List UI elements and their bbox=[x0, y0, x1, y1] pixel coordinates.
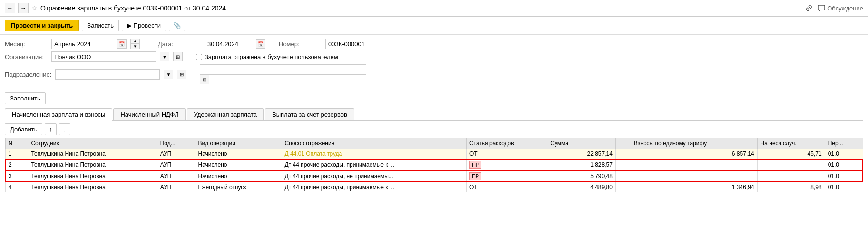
org-label: Организация: bbox=[5, 53, 48, 60]
cell-sum: 4 489,80 bbox=[547, 182, 616, 192]
cell-method[interactable]: Д 44.01 Оплата труда bbox=[282, 149, 466, 160]
dept-input[interactable] bbox=[55, 69, 160, 80]
post-button[interactable]: ▶ Провести bbox=[122, 20, 166, 31]
table-row[interactable]: 4 Теплушкина Нина Петровна АУП Ежегодный… bbox=[5, 182, 863, 192]
cell-sum: 1 828,57 bbox=[547, 159, 616, 171]
post-close-button[interactable]: Провести и закрыть bbox=[5, 20, 79, 31]
cell-op: Начислено bbox=[195, 159, 282, 171]
cell-extra bbox=[615, 159, 631, 171]
table-row[interactable]: 2 Теплушкина Нина Петровна АУП Начислено… bbox=[5, 159, 863, 171]
cell-method[interactable]: Дт 44 прочие расходы, не принимаемы... bbox=[282, 171, 466, 182]
cell-employee: Теплушкина Нина Петровна bbox=[28, 159, 157, 171]
col-header-sum: Сумма bbox=[547, 138, 616, 149]
expense-tag: ПР bbox=[469, 172, 481, 180]
cell-op: Ежегодный отпуск bbox=[195, 182, 282, 192]
add-button[interactable]: Добавить bbox=[5, 123, 42, 135]
col-header-vznosy: Взносы по единому тарифу bbox=[631, 138, 757, 149]
cell-dept: АУП bbox=[157, 171, 195, 182]
cell-dept: АУП bbox=[157, 149, 195, 160]
extra-field-btn[interactable]: ⊞ bbox=[200, 75, 209, 84]
cell-method[interactable]: Дт 44 прочие расходы, принимаемые к ... bbox=[282, 182, 466, 192]
cell-vznosy bbox=[631, 171, 757, 182]
month-input[interactable] bbox=[51, 39, 113, 49]
org-input[interactable] bbox=[51, 51, 156, 62]
cell-op: Начислено bbox=[195, 149, 282, 160]
table-row[interactable]: 1 Теплушкина Нина Петровна АУП Начислено… bbox=[5, 149, 863, 160]
post-icon: ▶ bbox=[127, 22, 132, 29]
discuss-button[interactable]: Обсуждение bbox=[818, 4, 863, 12]
dept-label: Подразделение: bbox=[5, 71, 51, 78]
cell-employee: Теплушкина Нина Петровна bbox=[28, 182, 157, 192]
favorite-icon[interactable]: ☆ bbox=[31, 4, 38, 12]
cell-n: 4 bbox=[5, 182, 28, 192]
dept-select-btn[interactable]: ⊞ bbox=[177, 70, 186, 79]
cell-sum: 22 857,14 bbox=[547, 149, 616, 160]
forward-button[interactable]: → bbox=[18, 3, 29, 13]
tab-ndfl[interactable]: Начисленный НДФЛ bbox=[113, 108, 185, 120]
month-up-btn[interactable]: ▲ bbox=[130, 39, 140, 44]
page-title: Отражение зарплаты в бухучете 003К-00000… bbox=[40, 4, 802, 12]
cell-extra bbox=[615, 149, 631, 160]
cell-n: 1 bbox=[5, 149, 28, 160]
cell-nesch: 8,98 bbox=[757, 182, 825, 192]
expense-tag: ПР bbox=[469, 161, 481, 169]
cell-vznosy bbox=[631, 159, 757, 171]
expense-tag: ОТ bbox=[469, 151, 478, 157]
tab-reserve-payout[interactable]: Выплата за счет резервов bbox=[265, 108, 354, 120]
extra-field[interactable] bbox=[200, 64, 366, 75]
col-header-per: Пер... bbox=[825, 138, 863, 149]
col-header-method: Способ отражения bbox=[282, 138, 466, 149]
fill-button[interactable]: Заполнить bbox=[5, 92, 46, 104]
col-header-dept: Под... bbox=[157, 138, 195, 149]
cell-op: Начислено bbox=[195, 171, 282, 182]
cell-nesch bbox=[757, 159, 825, 171]
date-calendar-btn[interactable]: 📅 bbox=[256, 39, 265, 49]
tab-accrued-salary[interactable]: Начисленная зарплата и взносы bbox=[5, 108, 112, 121]
cell-vznosy: 1 346,94 bbox=[631, 182, 757, 192]
back-button[interactable]: ← bbox=[5, 3, 15, 13]
cell-dept: АУП bbox=[157, 182, 195, 192]
cell-per: 01.0 bbox=[825, 149, 863, 160]
month-calendar-btn[interactable]: 📅 bbox=[117, 39, 127, 49]
cell-n: 3 bbox=[5, 171, 28, 182]
cell-n: 2 bbox=[5, 159, 28, 171]
col-header-n: N bbox=[5, 138, 28, 149]
month-label: Месяц: bbox=[5, 40, 48, 48]
discuss-label: Обсуждение bbox=[827, 5, 863, 12]
move-up-button[interactable]: ↑ bbox=[45, 123, 57, 135]
number-input[interactable] bbox=[325, 39, 382, 49]
move-down-button[interactable]: ↓ bbox=[59, 123, 71, 135]
dept-dropdown-btn[interactable]: ▼ bbox=[164, 70, 173, 79]
col-header-nesch: На несч.случ. bbox=[757, 138, 825, 149]
cell-employee: Теплушкина Нина Петровна bbox=[28, 149, 157, 160]
link-icon[interactable] bbox=[805, 4, 813, 12]
cell-per: 01.0 bbox=[825, 182, 863, 192]
number-label: Номер: bbox=[279, 40, 322, 48]
table-row[interactable]: 3 Теплушкина Нина Петровна АУП Начислено… bbox=[5, 171, 863, 182]
cell-dept: АУП bbox=[157, 159, 195, 171]
cell-extra bbox=[615, 171, 631, 182]
cell-nesch: 45,71 bbox=[757, 149, 825, 160]
paperclip-button[interactable]: 📎 bbox=[169, 20, 185, 31]
org-select-btn[interactable]: ⊞ bbox=[173, 52, 183, 61]
month-down-btn[interactable]: ▼ bbox=[130, 44, 140, 49]
cell-vznosy: 6 857,14 bbox=[631, 149, 757, 160]
date-label: Дата: bbox=[158, 40, 201, 48]
date-input[interactable] bbox=[205, 39, 252, 49]
tab-withheld-salary[interactable]: Удержанная зарплата bbox=[187, 108, 264, 120]
cell-method[interactable]: Дт 44 прочие расходы, принимаемые к ... bbox=[282, 159, 466, 171]
cell-employee: Теплушкина Нина Петровна bbox=[28, 171, 157, 182]
save-button[interactable]: Записать bbox=[82, 20, 119, 31]
cell-expense: ПР bbox=[466, 171, 547, 182]
cell-per: 01.0 bbox=[825, 159, 863, 171]
cell-expense: ОТ bbox=[466, 182, 547, 192]
main-table: N Сотрудник Под... Вид операции Способ о… bbox=[5, 138, 863, 192]
salary-reflected-label: Зарплата отражена в бухучете пользовател… bbox=[205, 53, 338, 60]
salary-reflected-checkbox[interactable] bbox=[196, 54, 202, 60]
cell-per: 01.0 bbox=[825, 171, 863, 182]
tab-bar: Начисленная зарплата и взносы Начисленны… bbox=[5, 108, 863, 121]
org-dropdown-btn[interactable]: ▼ bbox=[160, 52, 169, 61]
cell-sum: 5 790,48 bbox=[547, 171, 616, 182]
cell-nesch bbox=[757, 171, 825, 182]
col-header-expense: Статья расходов bbox=[466, 138, 547, 149]
